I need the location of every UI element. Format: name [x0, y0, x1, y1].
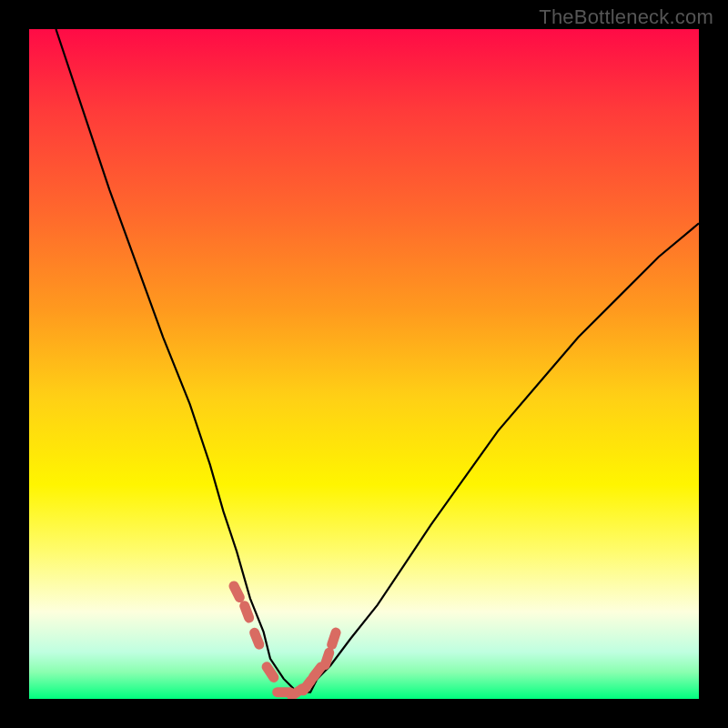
highlight-marker: [245, 606, 249, 618]
highlight-marker: [234, 586, 239, 598]
highlight-marker: [267, 667, 274, 678]
highlight-marker: [313, 667, 320, 677]
highlight-marker: [255, 632, 259, 644]
plot-area: [29, 29, 699, 699]
chart-svg: [29, 29, 699, 699]
highlight-marker: [332, 632, 336, 644]
watermark-text: TheBottleneck.com: [539, 5, 713, 29]
bottleneck-curve: [56, 29, 699, 693]
highlight-marker: [325, 652, 329, 664]
highlight-marker: [303, 681, 310, 691]
chart-frame: TheBottleneck.com: [0, 0, 728, 728]
